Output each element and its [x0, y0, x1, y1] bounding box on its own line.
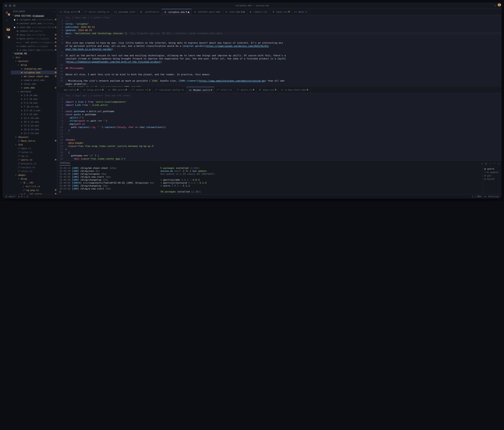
code-line[interactable]	[65, 70, 502, 73]
open-editor-item[interactable]: ●≡ colophon.mdxsrc/content/bl... M	[11, 18, 57, 21]
code-line[interactable]: ## Philosophy	[65, 67, 502, 70]
code-line[interactable]: ---	[65, 132, 502, 135]
code-line[interactable]: {	[65, 151, 502, 154]
tree-item[interactable]: ≡md-cheat-sheet.mdx M	[11, 75, 57, 78]
maximize-icon[interactable]: ^	[494, 162, 495, 165]
tree-item[interactable]: ▾ 🗀blog	[11, 63, 57, 67]
editor-tab[interactable]: ≡another-post.mdx	[192, 9, 223, 15]
terminal-output[interactable]: 15:43:13 [200] /blog/md-cheat-sheet 123m…	[57, 166, 483, 194]
tree-item[interactable]: ≡shiki.mdx	[11, 82, 57, 86]
close-dot[interactable]	[5, 4, 7, 7]
problems-indicator[interactable]: ⊘ 0 ⚠ 0	[18, 195, 28, 198]
tree-item[interactable]: ≡uses.mdx U	[11, 86, 57, 90]
tree-item[interactable]: /*projects.ts	[11, 162, 57, 166]
code-line[interactable]: pages globally).	[65, 82, 502, 85]
code-line[interactable]: >	[65, 148, 502, 151]
tree-item[interactable]: /*og.png.ts M	[11, 188, 57, 192]
tree-item[interactable]: ▸ 🗀hotlink-ok	[11, 184, 57, 188]
tree-item[interactable]: <>[...id].astro M	[11, 192, 57, 194]
code-line[interactable]: It acts as the perfect excuse to test ou…	[65, 54, 502, 57]
status-item[interactable]: { } MDX	[472, 195, 481, 198]
code-line[interactable]: ---	[65, 97, 502, 100]
editor-1[interactable]: 1234567891011121314151617 You, 3 days ag…	[57, 15, 502, 87]
tree-item[interactable]: /*utils.ts	[11, 169, 57, 173]
scm-icon[interactable]: ⑂36	[4, 25, 9, 30]
code-line[interactable]: .filter(path => path !== '')	[65, 119, 502, 122]
tree-item[interactable]: ▾ 🗀content	[11, 59, 57, 63]
open-editor-item[interactable]: <> index.astrosrc/pages M	[11, 44, 57, 48]
code-line[interactable]	[65, 135, 502, 138]
account-icon[interactable]: ◯	[495, 4, 496, 7]
tree-item[interactable]: ≡5-6-24.mdx	[11, 101, 57, 105]
code-line[interactable]: import { Icon } from 'astro-icon/compone…	[65, 100, 502, 103]
open-editor-item[interactable]: ≡ another-post.mdxsrc/content/blog	[11, 21, 57, 25]
tree-item[interactable]: ≡9-5-24.mdx	[11, 112, 57, 116]
tree-item[interactable]: ▾ 🗀[...id]	[11, 181, 57, 184]
editor-tab[interactable]: <>Header.astro M	[187, 87, 214, 93]
project-header[interactable]: ˅ ASNINE.ME	[11, 52, 57, 56]
editor-tab[interactable]: /*consts.ts U	[129, 87, 153, 93]
code-line[interactable]: )	[65, 129, 502, 132]
editor-tab[interactable]: <>blog.astro M	[57, 9, 82, 15]
code-line[interactable]: path.replace(/-/g, ' ').replace(/\b\w/g,…	[65, 126, 502, 129]
code-line[interactable]: ---	[65, 19, 502, 22]
tree-item[interactable]: /*date.ts	[11, 147, 57, 150]
search-icon[interactable]: ⌕	[4, 18, 9, 23]
tree-item[interactable]: /*og.ts	[11, 154, 57, 158]
code-line[interactable]	[65, 76, 502, 79]
code-line[interactable]: of my personal profile and blog, all-in-…	[65, 45, 502, 48]
editor-tab[interactable]: {}package.json	[112, 9, 137, 15]
split-terminal-icon[interactable]: ⊟	[486, 162, 487, 165]
code-line[interactable]: <p>asnine</p>	[65, 160, 502, 161]
terminal-task[interactable]: └ ⊞ update	[485, 170, 500, 174]
code-line[interactable]: - Using little to no JS, and prioritisin…	[65, 85, 502, 87]
editor-tab[interactable]: ≡colophon.mdx M ●	[162, 9, 192, 15]
tree-item[interactable]: /*notes.ts	[11, 150, 57, 154]
code-line[interactable]: import Link from './Link.astro'	[65, 103, 502, 107]
code-line[interactable]: This site was created to have my own, ti…	[65, 41, 502, 45]
code-line[interactable]: data-header	[65, 141, 502, 145]
code-line[interactable]: desc: 'motivations and technology choice…	[65, 32, 502, 35]
debug-icon[interactable]: ▷1	[4, 33, 9, 38]
tree-item[interactable]: ≡sample-post.mdx	[11, 78, 57, 82]
more-icon[interactable]: ⋯	[54, 10, 55, 13]
code-line[interactable]	[65, 38, 502, 41]
editor-tab[interactable]: /*utils.ts	[214, 87, 234, 93]
tree-item[interactable]: ▾ 🗀lib	[11, 143, 57, 147]
tree-item[interactable]: /*socials.ts	[11, 166, 57, 169]
code-line[interactable]: class='flex flex-wrap items-center justi…	[65, 145, 502, 148]
code-line[interactable]: .map(path =>	[65, 122, 502, 126]
editor-tab[interactable]: ≡a-new-start.mdx M	[279, 87, 310, 93]
editor-tab[interactable]: #base.css M	[270, 9, 292, 15]
open-editor-item[interactable]: <> [...id].astrosrc/pages/blog M	[11, 40, 57, 44]
editor-tab[interactable]: ≡uses.mdx U ●	[223, 9, 247, 15]
tree-item[interactable]: ≡16-5-24.mdx	[11, 120, 57, 124]
tree-item[interactable]: ▾ 🗀notepad	[11, 90, 57, 93]
tree-item[interactable]: ≡21-5-24.mdx	[11, 131, 57, 135]
tree-item[interactable]: ▾ 🗀pages	[11, 173, 57, 177]
code-line[interactable]: - Minimising the site's network payload …	[65, 79, 502, 82]
code-line[interactable]: <div class='flex items-center gap-1'>	[65, 157, 502, 160]
tree-item[interactable]: ≡7-10-24.mdx	[11, 105, 57, 109]
open-editor-item[interactable]: ●≡ uses.mdxsrc/content/blog U	[11, 25, 57, 29]
open-editors-header[interactable]: ˅ OPEN EDITORS 1 unsaved	[11, 14, 57, 18]
min-dot[interactable]	[9, 4, 11, 7]
code-line[interactable]: Above all else, I want this site to be k…	[65, 73, 502, 76]
tree-item[interactable]: ≡changelog.mdx M	[11, 67, 57, 71]
tree-item[interactable]: ▾ 🗀blog	[11, 177, 57, 181]
tree-item[interactable]: ▾ 🗀src	[11, 56, 57, 59]
files-icon[interactable]: 🗐1	[4, 10, 9, 15]
tree-item[interactable]: ≡13-5-24.mdx	[11, 116, 57, 120]
code-line[interactable]: updated: 2024-08-25	[65, 29, 502, 32]
tree-item[interactable]: ▾ 🗀layouts	[11, 135, 57, 139]
editor-tab[interactable]: 🗎.prettierrc	[137, 9, 162, 15]
tree-item[interactable]: ≡17-9-24.mdx	[11, 124, 57, 128]
code-line[interactable]	[65, 107, 502, 110]
tree-item[interactable]: <>Base.astro M	[11, 139, 57, 143]
editor-tab[interactable]: #base.css M	[256, 87, 279, 93]
code-line[interactable]: <header	[65, 138, 502, 141]
open-editor-item[interactable]: <> Base.astrosrc/layouts M	[11, 37, 57, 40]
editor-tab[interactable]: /*tailwind.config.ts	[153, 87, 187, 93]
editor-tab[interactable]: /*astro.config.ts	[82, 9, 112, 15]
tree-item[interactable]: ≡19-8-24.mdx	[11, 128, 57, 131]
